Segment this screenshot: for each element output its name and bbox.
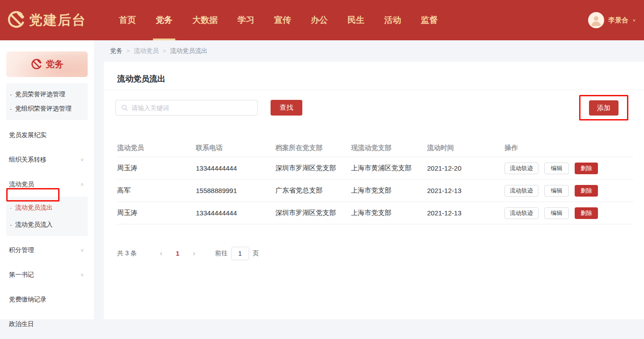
person-icon bbox=[589, 13, 603, 27]
nav-item-party-affairs[interactable]: 党务 bbox=[148, 0, 181, 40]
search-input[interactable] bbox=[131, 104, 252, 112]
sidebar-item-mobile-outflow[interactable]: · 流动党员流出 bbox=[6, 201, 88, 215]
cell-member: 周玉涛 bbox=[117, 209, 196, 217]
track-button[interactable]: 流动轨迹 bbox=[504, 163, 538, 174]
party-emblem-icon bbox=[30, 59, 42, 70]
bullet: · bbox=[10, 221, 12, 228]
row-actions: 流动轨迹 编辑 删除 bbox=[504, 207, 633, 219]
sidebar-item-mobile-inflow[interactable]: · 流动党员流入 bbox=[6, 218, 88, 232]
cell-member: 高军 bbox=[117, 186, 196, 195]
cell-flow-date: 2021-12-13 bbox=[427, 187, 504, 194]
edit-button[interactable]: 编辑 bbox=[544, 207, 569, 219]
sidebar-item-label: 流动党员 bbox=[9, 180, 34, 189]
sidebar-item-dues-record[interactable]: 党费缴纳记录 bbox=[0, 287, 94, 312]
cell-phone: 13344444444 bbox=[196, 209, 275, 217]
pagination-total: 共 3 条 bbox=[117, 249, 137, 257]
sidebar-item-label: 党员荣誉评选管理 bbox=[15, 90, 65, 99]
cell-archive-branch: 深圳市罗湖区党支部 bbox=[275, 164, 351, 172]
nav-item-publicity[interactable]: 宣传 bbox=[266, 0, 299, 40]
breadcrumb-item[interactable]: 流动党员流出 bbox=[170, 47, 208, 55]
sidebar-item-label: 流动党员流出 bbox=[15, 204, 53, 212]
content-card: 流动党员流出 查找 添加 流动党员 联系电话 档案所在党支部 现流动党支部 流动… bbox=[104, 62, 644, 319]
chevron-down-icon: ∨ bbox=[80, 272, 84, 278]
chevron-up-icon: ∧ bbox=[80, 182, 84, 187]
nav-item-home[interactable]: 首页 bbox=[111, 0, 144, 40]
delete-button[interactable]: 删除 bbox=[575, 207, 598, 219]
sidebar-item-label: 第一书记 bbox=[9, 271, 34, 279]
breadcrumb-separator: > bbox=[127, 48, 130, 54]
cell-current-branch: 上海市党支部 bbox=[351, 186, 427, 195]
delete-button[interactable]: 删除 bbox=[575, 185, 598, 197]
nav-item-office[interactable]: 办公 bbox=[303, 0, 336, 40]
breadcrumb-separator: > bbox=[163, 48, 166, 54]
cell-phone: 15588889991 bbox=[196, 187, 275, 194]
nav-item-activity[interactable]: 活动 bbox=[376, 0, 409, 40]
nav-item-livelihood[interactable]: 民生 bbox=[339, 0, 373, 40]
breadcrumb: 党务 > 流动党员 > 流动党员流出 bbox=[110, 40, 208, 62]
app-logo[interactable]: 党建后台 bbox=[6, 0, 86, 40]
page-number[interactable]: 1 bbox=[169, 250, 186, 257]
user-menu[interactable]: 李景合 ∨ bbox=[588, 0, 636, 40]
prev-page-icon[interactable]: ‹ bbox=[154, 249, 169, 258]
column-header-flow-date: 流动时间 bbox=[427, 144, 504, 152]
breadcrumb-item[interactable]: 流动党员 bbox=[134, 47, 159, 55]
nav-item-big-data[interactable]: 大数据 bbox=[184, 0, 226, 40]
column-header-actions: 操作 bbox=[504, 144, 633, 152]
sidebar-item-label: 组织关系转移 bbox=[9, 156, 47, 164]
goto-page-input[interactable] bbox=[231, 247, 249, 260]
add-button[interactable]: 添加 bbox=[589, 100, 619, 116]
sidebar-group-honor: · 党员荣誉评选管理 · 党组织荣誉评选管理 bbox=[6, 83, 88, 120]
divider bbox=[104, 90, 644, 90]
sidebar-item-label: 政治生日 bbox=[9, 320, 34, 328]
page-unit-label: 页 bbox=[253, 249, 259, 257]
search-button[interactable]: 查找 bbox=[271, 100, 302, 116]
edit-button[interactable]: 编辑 bbox=[544, 185, 569, 197]
page-title: 流动党员流出 bbox=[117, 73, 165, 84]
cell-phone: 13344444444 bbox=[196, 164, 275, 172]
column-header-member: 流动党员 bbox=[117, 144, 196, 152]
sidebar-banner: 党务 bbox=[6, 51, 88, 77]
sidebar-item-political-birthday[interactable]: 政治生日 bbox=[0, 312, 94, 336]
sidebar-item-member-honor[interactable]: · 党员荣誉评选管理 bbox=[6, 87, 88, 102]
bullet: · bbox=[10, 91, 12, 98]
sidebar-item-label: 党员发展纪实 bbox=[9, 131, 47, 139]
cell-archive-branch: 广东省党总支部 bbox=[275, 186, 351, 195]
nav-item-study[interactable]: 学习 bbox=[229, 0, 263, 40]
sidebar-item-org-relation-transfer[interactable]: 组织关系转移 ∨ bbox=[0, 147, 94, 172]
sidebar-item-org-honor[interactable]: · 党组织荣誉评选管理 bbox=[6, 102, 88, 116]
topbar: 党建后台 首页 党务 大数据 学习 宣传 办公 民生 活动 监督 李景合 ∨ bbox=[0, 0, 644, 40]
sidebar-item-development-record[interactable]: 党员发展纪实 bbox=[0, 123, 94, 147]
app-root: 党建后台 首页 党务 大数据 学习 宣传 办公 民生 活动 监督 李景合 ∨ bbox=[0, 0, 644, 339]
next-page-icon[interactable]: › bbox=[186, 249, 202, 258]
column-header-archive-branch: 档案所在党支部 bbox=[275, 144, 351, 152]
table-row: 周玉涛 13344444444 深圳市罗湖区党支部 上海市党支部 2021-12… bbox=[117, 202, 633, 224]
bullet: · bbox=[10, 105, 12, 112]
search-box bbox=[115, 100, 258, 116]
sidebar-item-label: 积分管理 bbox=[9, 246, 34, 254]
table-header-row: 流动党员 联系电话 档案所在党支部 现流动党支部 流动时间 操作 bbox=[117, 139, 633, 157]
breadcrumb-item[interactable]: 党务 bbox=[110, 47, 123, 55]
row-actions: 流动轨迹 编辑 删除 bbox=[504, 163, 633, 174]
row-actions: 流动轨迹 编辑 删除 bbox=[504, 185, 633, 197]
cell-flow-date: 2021-12-20 bbox=[427, 164, 504, 172]
search-icon bbox=[121, 104, 128, 111]
track-button[interactable]: 流动轨迹 bbox=[504, 207, 538, 219]
chevron-down-icon: ∨ bbox=[80, 248, 84, 253]
cell-current-branch: 上海市党支部 bbox=[351, 209, 427, 217]
sidebar-group-mobile-members: · 流动党员流出 · 流动党员流入 bbox=[6, 197, 88, 236]
app-title: 党建后台 bbox=[29, 11, 86, 30]
sidebar-item-mobile-members[interactable]: 流动党员 ∧ bbox=[0, 172, 94, 197]
table-row: 高军 15588889991 广东省党总支部 上海市党支部 2021-12-13… bbox=[117, 180, 633, 202]
nav-item-supervision[interactable]: 监督 bbox=[413, 0, 446, 40]
sidebar: 党务 · 党员荣誉评选管理 · 党组织荣誉评选管理 党员发展纪实 组织关系转移 … bbox=[0, 40, 94, 319]
goto-label: 前往 bbox=[215, 249, 228, 257]
sidebar-item-points-management[interactable]: 积分管理 ∨ bbox=[0, 238, 94, 262]
delete-button[interactable]: 删除 bbox=[575, 163, 598, 174]
sidebar-item-first-secretary[interactable]: 第一书记 ∨ bbox=[0, 262, 94, 287]
party-emblem-icon bbox=[6, 11, 25, 30]
sidebar-item-label: 党组织荣誉评选管理 bbox=[15, 105, 72, 113]
track-button[interactable]: 流动轨迹 bbox=[504, 185, 538, 197]
edit-button[interactable]: 编辑 bbox=[544, 163, 569, 174]
cell-archive-branch: 深圳市罗湖区党支部 bbox=[275, 209, 351, 217]
table-row: 周玉涛 13344444444 深圳市罗湖区党支部 上海市黄浦区党支部 2021… bbox=[117, 157, 633, 180]
